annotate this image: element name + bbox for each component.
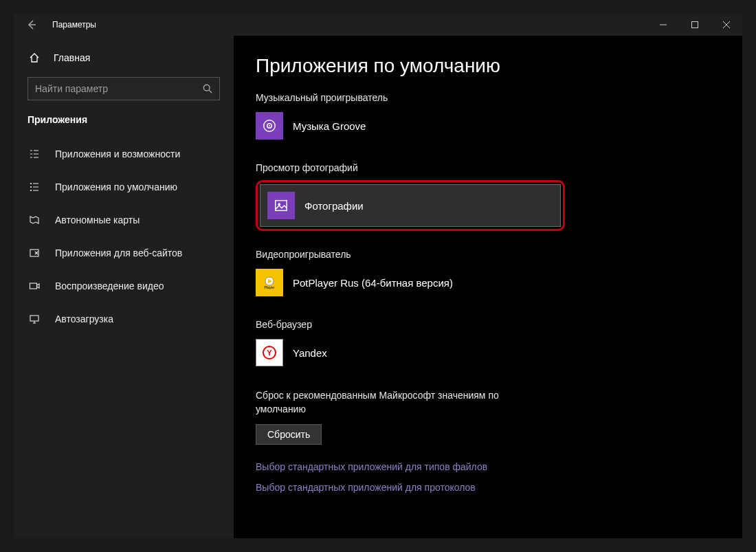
sidebar-item-offline-maps[interactable]: Автономные карты [14,203,234,236]
maximize-icon [691,21,698,28]
potplayer-icon: Player [256,269,283,296]
video-default-app[interactable]: Player PotPlayer Rus (64-битная версия) [256,267,720,298]
sidebar-item-label: Приложения для веб-сайтов [55,247,182,258]
sidebar-category: Приложения [14,114,234,137]
svg-rect-0 [692,22,698,28]
browser-app-name: Yandex [293,347,327,359]
sidebar: Главная Приложения Приложения и возможно… [14,36,234,538]
search-input[interactable] [35,83,203,94]
startup-icon [27,313,41,324]
svg-point-3 [30,186,32,188]
sidebar-item-apps-features[interactable]: Приложения и возможности [14,137,234,170]
music-section-label: Музыкальный проигрыватель [256,92,720,103]
back-arrow-icon [26,19,37,30]
music-app-name: Музыка Groove [293,120,366,132]
browser-section-label: Веб-браузер [256,319,720,330]
music-default-app[interactable]: Музыка Groove [256,110,720,142]
offline-maps-icon [27,214,41,225]
back-button[interactable] [21,14,43,36]
yandex-icon: Y [256,339,283,366]
reset-description: Сброс к рекомендованным Майкрософт значе… [256,389,551,416]
close-icon [723,21,730,28]
sidebar-item-label: Приложения и возможности [55,148,180,159]
sidebar-item-default-apps[interactable]: Приложения по умолчанию [14,170,234,203]
svg-point-10 [269,125,270,126]
svg-point-4 [30,190,32,191]
apps-websites-icon [27,247,41,258]
sidebar-item-label: Автономные карты [55,214,140,225]
video-app-name: PotPlayer Rus (64-битная версия) [293,277,453,289]
home-label: Главная [54,52,90,63]
settings-window: Параметры Главная [14,14,742,538]
maximize-button[interactable] [679,14,711,36]
titlebar: Параметры [14,14,742,36]
reset-block: Сброс к рекомендованным Майкрософт значе… [256,389,720,445]
sidebar-item-startup[interactable]: Автозагрузка [14,302,234,335]
svg-text:Player: Player [264,285,274,289]
photo-section-label: Просмотр фотографий [256,162,720,173]
svg-rect-7 [30,316,38,321]
photo-highlight-frame: Фотографии [256,180,565,231]
svg-text:Y: Y [267,349,272,357]
close-button[interactable] [711,14,742,36]
groove-music-icon [256,112,283,140]
search-icon [203,84,212,93]
browser-default-app[interactable]: Y Yandex [256,337,720,368]
page-title: Приложения по умолчанию [256,55,720,77]
photo-default-app[interactable]: Фотографии [260,184,561,227]
minimize-icon [660,21,667,28]
default-apps-icon [27,181,41,192]
search-box[interactable] [27,77,220,100]
sidebar-item-label: Воспроизведение видео [55,280,164,291]
sidebar-item-apps-websites[interactable]: Приложения для веб-сайтов [14,236,234,269]
home-icon [27,52,41,63]
photos-icon [267,192,295,219]
link-defaults-by-filetype[interactable]: Выбор стандартных приложений для типов ф… [256,461,720,472]
home-link[interactable]: Главная [14,48,234,67]
svg-rect-11 [276,201,287,211]
apps-features-icon [27,148,41,159]
photo-app-name: Фотографии [304,200,364,212]
window-title: Параметры [52,20,96,30]
reset-button[interactable]: Сбросить [256,424,322,445]
sidebar-item-label: Автозагрузка [55,313,113,324]
svg-rect-6 [30,283,37,289]
link-defaults-by-protocol[interactable]: Выбор стандартных приложений для протоко… [256,482,720,493]
sidebar-item-label: Приложения по умолчанию [55,181,177,192]
video-section-label: Видеопроигрыватель [256,249,720,260]
main-content: Приложения по умолчанию Музыкальный прои… [234,36,742,538]
svg-point-2 [30,183,32,184]
svg-point-1 [203,85,210,91]
video-playback-icon [27,280,41,291]
minimize-button[interactable] [647,14,679,36]
svg-rect-5 [30,250,38,256]
sidebar-item-video-playback[interactable]: Воспроизведение видео [14,269,234,302]
